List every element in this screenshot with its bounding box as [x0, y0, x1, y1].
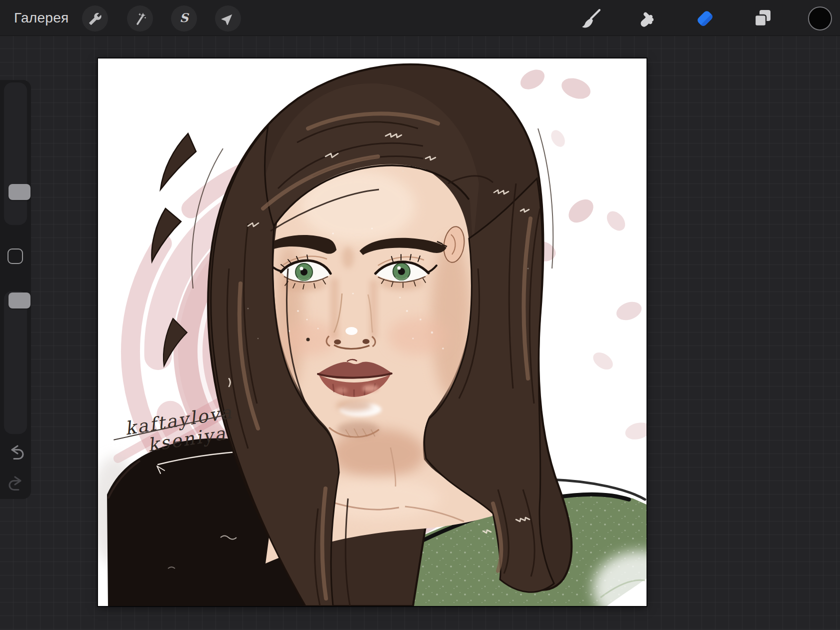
- selection-button[interactable]: S: [171, 6, 197, 32]
- eraser-icon: [693, 6, 717, 30]
- brush-tool-button[interactable]: [578, 6, 604, 32]
- modify-button[interactable]: [8, 248, 23, 264]
- color-swatch: [807, 6, 833, 32]
- adjustments-button[interactable]: [127, 6, 153, 32]
- redo-icon: [5, 473, 27, 495]
- brush-opacity-slider[interactable]: [4, 291, 27, 434]
- transform-arrow-icon: [221, 12, 235, 26]
- smudge-tool-button[interactable]: [634, 6, 660, 32]
- layers-button[interactable]: [750, 6, 776, 32]
- gallery-button[interactable]: Галерея: [14, 0, 68, 36]
- layers-icon: [752, 8, 773, 29]
- wrench-icon: [88, 12, 102, 26]
- sidebar-panel: [0, 80, 31, 499]
- paintbrush-icon: [580, 7, 602, 30]
- drawing-canvas[interactable]: kaftaylova kseniya: [98, 58, 646, 606]
- brush-opacity-handle[interactable]: [8, 292, 30, 308]
- undo-button[interactable]: [6, 442, 28, 464]
- selection-s-icon: S: [176, 11, 192, 26]
- brush-size-handle[interactable]: [8, 184, 30, 200]
- procreate-workspace: { "toolbar": { "gallery_label": "Галерея…: [0, 0, 840, 630]
- transform-button[interactable]: [215, 6, 241, 32]
- artwork-portrait: kaftaylova kseniya: [98, 58, 646, 606]
- eraser-tool-button[interactable]: [692, 6, 718, 32]
- undo-icon: [6, 442, 28, 464]
- color-swatch-button[interactable]: [807, 6, 833, 32]
- smudge-finger-icon: [636, 7, 659, 30]
- mole: [306, 338, 310, 342]
- redo-button[interactable]: [5, 473, 27, 495]
- svg-text:S: S: [180, 11, 189, 25]
- actions-button[interactable]: [82, 6, 108, 32]
- brush-size-slider[interactable]: [4, 82, 27, 225]
- top-toolbar: Галерея S: [0, 0, 840, 36]
- magic-wand-icon: [133, 12, 147, 26]
